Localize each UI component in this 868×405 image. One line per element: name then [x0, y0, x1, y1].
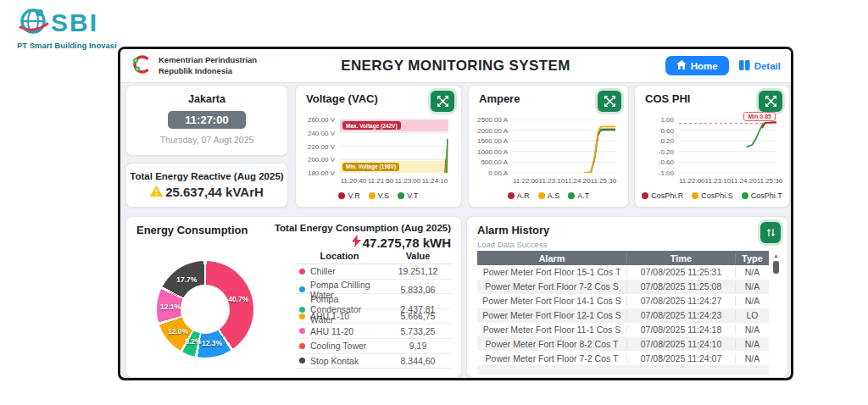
x-axis: 11:20:4011:21:5011:23:0011:24:10 — [340, 177, 448, 185]
x-tick-label: 11:23:00 — [395, 177, 421, 185]
alarm-row-type: LO — [735, 310, 769, 320]
series-color-dot — [299, 343, 305, 349]
scroll-thumb[interactable] — [773, 261, 779, 274]
energy-row-value: 19.251,12 — [383, 266, 453, 276]
warning-icon — [150, 185, 163, 199]
detail-link[interactable]: Detail — [739, 60, 781, 72]
cosphi-expand-button[interactable] — [759, 91, 782, 112]
home-button-label: Home — [691, 61, 718, 71]
series-color-dot — [299, 313, 305, 319]
alarm-row-type: N/A — [735, 339, 769, 349]
energy-table-row: Pompa Chilling Water5.833,06 — [296, 280, 453, 295]
energy-table: Location Value Chiller19.251,12Pompa Chi… — [296, 251, 453, 374]
energy-col-location: Location — [296, 251, 383, 261]
alarm-row-time: 07/08/2025 11:24:23 — [626, 310, 735, 320]
alarm-row: Power Meter Fort Floor 11-1 Cos S07/08/2… — [477, 323, 769, 337]
energy-table-row: AHU 11-205.733,25 — [296, 324, 453, 339]
x-tick-label: 11:23:10 — [539, 177, 565, 185]
x-tick-label: 11:24:20 — [731, 177, 757, 185]
alarm-row-time: 07/08/2025 11:24:07 — [626, 353, 735, 363]
y-axis: 2500.00 A2000.00 A1500.00 A1000.00 A500.… — [474, 119, 511, 173]
alarm-row-time: 07/08/2025 11:25:31 — [626, 267, 735, 277]
alarm-row-partial — [477, 365, 769, 374]
legend: A.RA.SA.T — [474, 191, 623, 200]
expand-icon — [437, 96, 448, 107]
energy-consumption-panel: Energy Consumption Total Energy Consumpt… — [125, 216, 462, 378]
alarm-table: AlarmTimeType Power Meter Fort Floor 15-… — [477, 251, 769, 374]
alarm-row-name: Power Meter Fort Floor 12-1 Cos S — [477, 310, 626, 320]
energy-row-label: Cooling Tower — [310, 341, 366, 351]
date-display: Thursday, 07 Augt 2025 — [126, 135, 287, 145]
legend-item: A.T — [568, 191, 589, 200]
energy-row-label: Stop Kontak — [310, 356, 359, 366]
energy-row-value: 5.833,06 — [383, 285, 453, 295]
x-tick-label: 11:24:20 — [565, 177, 591, 185]
scroll-up-arrow[interactable]: ▲ — [772, 252, 780, 259]
energy-table-row: Pompa Condensator Water2.437,81 — [296, 294, 453, 309]
alarm-row: Power Meter Fort Floor 7-2 Cos S07/08/20… — [477, 280, 769, 294]
series-color-dot — [299, 358, 305, 363]
energy-row-value: 5.733,25 — [383, 326, 453, 336]
y-tick-label: 1000.00 A — [477, 147, 508, 155]
ampere-chart: 2500.00 A2000.00 A1500.00 A1000.00 A500.… — [474, 114, 623, 203]
y-tick-label: 180.00 V — [308, 169, 335, 177]
x-tick-label: 11:22:00 — [679, 177, 705, 185]
x-tick-label: 11:20:40 — [341, 177, 367, 185]
x-tick-label: 11:23:10 — [705, 177, 732, 185]
alarm-col-header: Time — [626, 253, 735, 264]
series-color-dot — [299, 328, 305, 334]
y-tick-label: -0.20 — [659, 147, 674, 155]
total-energy-reactive-card: Total Energy Reactive (Aug 2025) 25.637,… — [125, 163, 288, 208]
page-title: ENERGY MONITORING SYSTEM — [341, 58, 570, 75]
home-button[interactable]: Home — [665, 56, 729, 75]
alarm-sort-button[interactable] — [760, 222, 781, 243]
alarm-row-name: Power Meter Fort Floor 11-1 Cos S — [477, 325, 626, 335]
alarm-row-time: 07/08/2025 11:24:10 — [626, 339, 735, 349]
series-color-dot — [299, 286, 305, 292]
plot-area: Min 0.85 — [679, 119, 776, 173]
clock-display: 11:27:00 — [168, 111, 246, 129]
legend-dot — [742, 192, 748, 199]
energy-row-label: AHU 1-10 — [310, 311, 349, 321]
energy-row-value: 8.344,60 — [383, 356, 453, 366]
ministry-logo-icon — [131, 53, 153, 79]
legend-item: CosPhi.R — [642, 191, 683, 200]
sbi-tagline: PT Smart Building Inovasi — [17, 41, 136, 50]
alarm-row-time: 07/08/2025 11:24:27 — [626, 296, 735, 306]
alarm-row-type: N/A — [735, 296, 769, 306]
energy-panel-title: Energy Consumption — [136, 224, 248, 236]
plot-area: Max. Voltage (242V)Min. Voltage (198V) — [340, 119, 448, 173]
ministry-name-line2: Republik Indonesia — [159, 66, 257, 76]
reactive-card-value: 25.637,44 kVArH — [165, 185, 264, 199]
energy-donut-chart: 40.7%12.3%5.2%12.0%12.1%17.7% — [157, 261, 253, 358]
donut-percent-label: 5.2% — [185, 337, 201, 346]
location-time-card: Jakarta 11:27:00 Thursday, 07 Augt 2025 — [125, 85, 288, 156]
alarm-scrollbar[interactable]: ▲ — [772, 252, 780, 369]
energy-row-value: 9,19 — [383, 341, 453, 351]
legend-dot — [568, 192, 575, 199]
cosphi-chart: 1.000.600.20-0.20-0.60-1.00 Min 0.85 11:… — [640, 114, 784, 203]
ampere-expand-button[interactable] — [598, 91, 621, 112]
alarm-row-time: 07/08/2025 11:24:18 — [626, 325, 735, 335]
legend-item: V.S — [369, 191, 390, 200]
energy-table-body: Chiller19.251,12Pompa Chilling Water5.83… — [296, 264, 453, 369]
alarm-row-type: N/A — [735, 325, 769, 335]
energy-row-location: Cooling Tower — [296, 341, 383, 351]
sbi-wordmark: SBI — [51, 8, 98, 37]
x-axis: 11:22:0011:23:1011:24:2011:25:30 — [513, 177, 615, 185]
legend-item: V.T — [398, 191, 418, 200]
voltage-expand-button[interactable] — [431, 91, 454, 112]
y-tick-label: 0.00 A — [488, 169, 508, 177]
y-tick-label: -0.60 — [659, 158, 674, 166]
alarm-row-name: Power Meter Fort Floor 7-2 Cos T — [477, 353, 626, 363]
alarm-row-type: N/A — [735, 267, 769, 277]
cosphi-panel: COS PHI 1.000.600.20-0.20-0.60-1.00 Min … — [634, 85, 790, 208]
energy-row-location: Stop Kontak — [296, 356, 383, 366]
alarm-table-body: Power Meter Fort Floor 15-1 Cos T07/08/2… — [477, 265, 769, 374]
lightning-icon — [352, 235, 361, 250]
detail-link-label: Detail — [754, 61, 781, 71]
legend-dot — [369, 192, 376, 199]
expand-icon — [765, 96, 776, 107]
y-tick-label: 260.00 V — [308, 116, 335, 124]
x-axis: 11:22:0011:23:1011:24:2011:25:30 — [679, 177, 776, 185]
